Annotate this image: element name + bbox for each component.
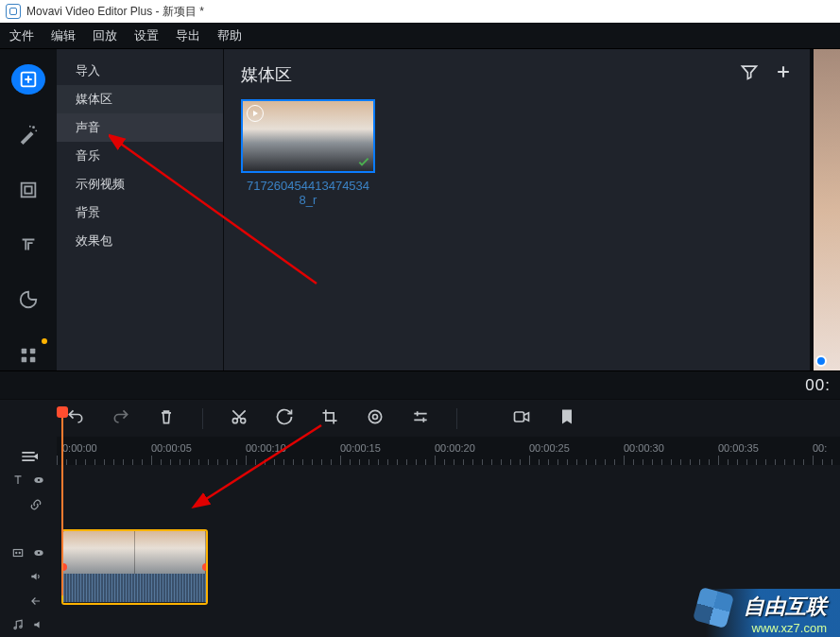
clip-video bbox=[63, 531, 206, 574]
main-area: 导入 媒体区 声音 音乐 示例视频 背景 效果包 媒体区 71726045441… bbox=[0, 49, 840, 370]
menu-edit[interactable]: 编辑 bbox=[51, 27, 76, 44]
frame-tool[interactable] bbox=[11, 175, 45, 205]
wand-tool[interactable] bbox=[11, 119, 45, 149]
app-icon bbox=[6, 4, 21, 19]
color-icon[interactable] bbox=[366, 407, 385, 430]
svg-point-1 bbox=[32, 127, 35, 129]
ruler-tick: 0:00:00 bbox=[62, 442, 97, 454]
nav-list: 导入 媒体区 声音 音乐 示例视频 背景 效果包 bbox=[57, 49, 224, 370]
thumb-label: 717260454413474534 8_r bbox=[241, 179, 375, 207]
timeline-toolbar bbox=[0, 399, 840, 437]
nav-effects[interactable]: 效果包 bbox=[57, 227, 223, 255]
ruler-tick: 00:00:20 bbox=[435, 442, 475, 454]
svg-point-18 bbox=[16, 552, 17, 553]
nav-media[interactable]: 媒体区 bbox=[57, 85, 223, 113]
nav-import[interactable]: 导入 bbox=[57, 57, 223, 85]
svg-rect-7 bbox=[30, 348, 36, 353]
record-icon[interactable] bbox=[512, 407, 531, 430]
nav-backgrounds[interactable]: 背景 bbox=[57, 198, 223, 227]
media-header: 媒体区 bbox=[241, 62, 793, 86]
svg-rect-14 bbox=[515, 412, 524, 422]
clip-handle-right[interactable] bbox=[202, 563, 208, 571]
adjust-icon[interactable] bbox=[411, 407, 430, 430]
timeline-clip[interactable] bbox=[61, 529, 208, 605]
ruler-tick: 00:00:25 bbox=[529, 442, 570, 454]
svg-rect-8 bbox=[22, 357, 27, 363]
menu-export[interactable]: 导出 bbox=[176, 27, 200, 44]
svg-rect-4 bbox=[22, 182, 36, 197]
check-icon bbox=[356, 154, 371, 169]
cut-icon[interactable] bbox=[230, 407, 249, 430]
watermark: 自由互联 www.xz7.com bbox=[706, 589, 840, 637]
svg-rect-17 bbox=[13, 549, 22, 556]
redo-icon[interactable] bbox=[111, 407, 130, 430]
preview-pane[interactable] bbox=[810, 49, 840, 370]
svg-rect-9 bbox=[30, 357, 36, 363]
nav-samples[interactable]: 示例视频 bbox=[57, 170, 223, 198]
menu-settings[interactable]: 设置 bbox=[134, 27, 159, 44]
watermark-title: 自由互联 bbox=[744, 593, 827, 621]
import-tool[interactable] bbox=[11, 64, 45, 95]
link-icon[interactable] bbox=[29, 498, 43, 511]
track-music[interactable] bbox=[0, 613, 57, 638]
track-link[interactable] bbox=[0, 492, 57, 517]
play-icon[interactable] bbox=[247, 105, 264, 122]
svg-rect-5 bbox=[25, 186, 31, 193]
nav-sound[interactable]: 声音 bbox=[57, 113, 223, 142]
undo-icon[interactable] bbox=[66, 407, 85, 430]
separator bbox=[456, 408, 457, 429]
add-icon[interactable] bbox=[774, 62, 793, 86]
menu-bar: 文件 编辑 回放 设置 导出 帮助 bbox=[0, 23, 840, 49]
sticker-tool[interactable] bbox=[11, 284, 45, 315]
eye-icon[interactable] bbox=[32, 546, 45, 560]
text-tool[interactable] bbox=[11, 230, 45, 260]
track-audio[interactable] bbox=[0, 565, 57, 590]
rotate-icon[interactable] bbox=[275, 407, 294, 430]
media-thumb[interactable]: 717260454413474534 8_r bbox=[241, 99, 375, 207]
speaker-icon[interactable] bbox=[29, 570, 43, 583]
thumb-frame[interactable] bbox=[241, 99, 375, 173]
window-title: Movavi Video Editor Plus - 新项目 * bbox=[26, 4, 204, 20]
svg-rect-6 bbox=[22, 348, 27, 353]
video-icon bbox=[11, 546, 25, 560]
clip-audio bbox=[63, 574, 206, 602]
playhead[interactable] bbox=[61, 406, 63, 595]
svg-point-22 bbox=[14, 628, 16, 629]
music-icon bbox=[11, 618, 25, 631]
more-tool[interactable] bbox=[11, 340, 45, 370]
track-back[interactable] bbox=[0, 589, 57, 613]
ruler-tick: 00:00:05 bbox=[151, 442, 192, 454]
speaker-icon[interactable] bbox=[32, 618, 45, 631]
ruler-tick: 00:00:30 bbox=[624, 442, 664, 454]
separator bbox=[202, 408, 203, 429]
nav-music[interactable]: 音乐 bbox=[57, 142, 223, 170]
svg-point-21 bbox=[38, 552, 40, 554]
timeline-trackheads bbox=[0, 437, 57, 637]
svg-point-12 bbox=[369, 410, 381, 422]
media-panel: 媒体区 717260454413474534 8_r bbox=[224, 49, 810, 370]
menu-playback[interactable]: 回放 bbox=[93, 27, 117, 44]
delete-icon[interactable] bbox=[157, 407, 176, 430]
window-titlebar: Movavi Video Editor Plus - 新项目 * bbox=[0, 0, 840, 23]
arrow-left-icon[interactable] bbox=[29, 594, 43, 608]
notification-dot bbox=[42, 338, 47, 344]
menu-help[interactable]: 帮助 bbox=[217, 27, 242, 44]
ruler-tick: 00: bbox=[813, 442, 827, 454]
seek-handle[interactable] bbox=[815, 355, 827, 367]
marker-icon[interactable] bbox=[557, 407, 576, 430]
track-text[interactable] bbox=[0, 469, 57, 493]
eye-icon[interactable] bbox=[32, 473, 45, 487]
timecode-strip: 00: bbox=[0, 370, 840, 399]
watermark-url: www.xz7.com bbox=[752, 621, 827, 635]
menu-file[interactable]: 文件 bbox=[9, 27, 34, 44]
svg-point-3 bbox=[29, 126, 31, 128]
track-video[interactable] bbox=[0, 541, 57, 565]
svg-point-16 bbox=[38, 479, 40, 481]
crop-icon[interactable] bbox=[320, 407, 339, 430]
tool-rail bbox=[0, 49, 57, 370]
timeline-ruler[interactable]: 0:00:00 00:00:05 00:00:10 00:00:15 00:00… bbox=[57, 437, 840, 465]
svg-point-13 bbox=[373, 414, 378, 419]
filter-icon[interactable] bbox=[740, 62, 759, 86]
media-title: 媒体区 bbox=[241, 63, 292, 86]
add-track-icon[interactable] bbox=[0, 444, 57, 469]
